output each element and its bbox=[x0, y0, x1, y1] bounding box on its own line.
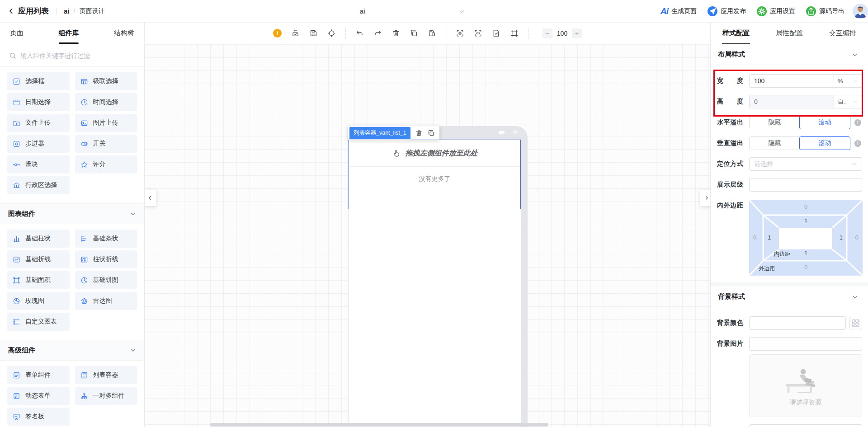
dropzone-text: 拖拽左侧组件放至此处 bbox=[406, 149, 478, 158]
component-item[interactable]: 文件上传 bbox=[7, 114, 70, 132]
horizontal-scrollbar[interactable] bbox=[210, 423, 548, 427]
overflow-option[interactable]: 隐藏 bbox=[750, 137, 800, 150]
group-head-charts[interactable]: 图表组件 bbox=[0, 203, 144, 224]
component-item[interactable]: 基础面积 bbox=[7, 271, 70, 289]
preview-icon[interactable] bbox=[456, 29, 464, 38]
margin-right-value[interactable]: 0 bbox=[855, 234, 859, 241]
component-label: 基础饼图 bbox=[93, 276, 118, 284]
unlock-icon[interactable] bbox=[291, 29, 300, 38]
action-export[interactable]: 源码导出 bbox=[806, 6, 844, 16]
page-selector[interactable]: ai bbox=[360, 0, 465, 23]
custom-chart-icon bbox=[13, 318, 20, 326]
height-input[interactable] bbox=[750, 95, 834, 108]
tab-结构树[interactable]: 结构树 bbox=[114, 23, 134, 44]
tab-组件库[interactable]: 组件库 bbox=[59, 23, 79, 44]
zindex-input[interactable] bbox=[749, 178, 862, 192]
avatar[interactable] bbox=[853, 4, 868, 19]
bg-image-input[interactable] bbox=[749, 337, 862, 351]
tab-样式配置[interactable]: 样式配置 bbox=[722, 23, 750, 44]
copy-icon[interactable] bbox=[427, 129, 435, 137]
doccheck-icon[interactable] bbox=[492, 29, 500, 38]
info-icon[interactable] bbox=[273, 29, 282, 38]
component-label: 时间选择 bbox=[93, 98, 118, 106]
margin-top-value[interactable]: 0 bbox=[749, 203, 863, 210]
collapse-left-handle[interactable] bbox=[145, 190, 156, 206]
component-item[interactable]: 基础折线 bbox=[7, 250, 70, 268]
breadcrumb-app[interactable]: ai bbox=[64, 7, 70, 15]
component-item[interactable]: 动态表单 bbox=[7, 387, 70, 405]
width-unit-value: % bbox=[838, 78, 843, 84]
width-input[interactable] bbox=[750, 75, 834, 87]
undo-icon[interactable] bbox=[355, 29, 364, 38]
component-item[interactable]: 基础条状 bbox=[75, 230, 137, 248]
padding-top-value[interactable]: 1 bbox=[749, 218, 863, 225]
collapse-right-handle[interactable] bbox=[700, 190, 710, 206]
background-section-header[interactable]: 背景样式 bbox=[711, 286, 868, 307]
padding-left-value[interactable]: 1 bbox=[768, 234, 771, 241]
component-item[interactable]: 评分 bbox=[75, 155, 137, 174]
component-item[interactable]: 开关 bbox=[75, 135, 137, 153]
zoom-in-button[interactable]: + bbox=[572, 28, 582, 38]
margin-left-value[interactable]: 0 bbox=[753, 234, 756, 241]
resource-picker[interactable]: 请选择资源 bbox=[749, 354, 862, 417]
overflow-option[interactable]: 滚动 bbox=[799, 136, 850, 150]
component-item[interactable]: 柱状折线 bbox=[75, 250, 137, 268]
action-paper-plane[interactable]: 应用发布 bbox=[708, 6, 746, 16]
trash-icon[interactable] bbox=[392, 29, 400, 38]
component-item[interactable]: 签名板 bbox=[7, 408, 70, 426]
height-unit-select[interactable]: 自.. bbox=[834, 95, 862, 108]
component-item[interactable]: 步进器 bbox=[7, 135, 70, 153]
back-label[interactable]: 应用列表 bbox=[18, 6, 49, 16]
redo-icon[interactable] bbox=[373, 29, 382, 38]
component-item[interactable]: 基础饼图 bbox=[75, 271, 137, 289]
list-container-component[interactable]: 拖拽左侧组件放至此处 没有更多了 bbox=[349, 140, 521, 209]
bg-clipped-input[interactable] bbox=[749, 424, 862, 427]
component-item[interactable]: 玫瑰图 bbox=[7, 292, 70, 310]
component-item[interactable]: 选择框 bbox=[7, 72, 70, 90]
action-ai-logo[interactable]: Ai生成页面 bbox=[660, 6, 697, 16]
padding-bottom-value[interactable]: 1 bbox=[749, 250, 863, 257]
spacing-label: 内外边距 bbox=[717, 202, 743, 210]
component-item[interactable]: 日期选择 bbox=[7, 93, 70, 111]
overflow-option[interactable]: 隐藏 bbox=[750, 116, 800, 129]
component-item[interactable]: 级联选择 bbox=[75, 72, 137, 90]
artboard-icon[interactable] bbox=[510, 29, 519, 38]
component-item[interactable]: 一对多组件 bbox=[75, 387, 137, 405]
padding-right-value[interactable]: 1 bbox=[840, 234, 843, 241]
zoom-out-button[interactable]: − bbox=[542, 28, 552, 38]
component-item[interactable]: 表单组件 bbox=[7, 366, 70, 384]
color-picker-button[interactable] bbox=[849, 317, 862, 329]
component-item[interactable]: 列表容器 bbox=[75, 366, 137, 384]
box-model-editor[interactable]: 0 0 0 0 1 1 1 1 内边距 外边距 bbox=[749, 200, 863, 276]
position-select[interactable]: 请选择 bbox=[749, 157, 862, 171]
selected-component-tag[interactable]: 列表容器_vant_list_1 bbox=[349, 127, 410, 139]
component-item[interactable]: 图片上传 bbox=[75, 114, 137, 132]
overflow-option[interactable]: 滚动 bbox=[799, 116, 850, 129]
component-item[interactable]: 行政区选择 bbox=[7, 176, 70, 194]
component-item[interactable]: 雷达图 bbox=[75, 292, 137, 310]
tab-页面[interactable]: 页面 bbox=[10, 23, 24, 44]
locate-icon[interactable] bbox=[327, 29, 336, 38]
back-icon[interactable] bbox=[7, 7, 15, 15]
search-input[interactable] bbox=[20, 52, 135, 59]
paste-icon[interactable] bbox=[428, 29, 436, 38]
tab-交互编排[interactable]: 交互编排 bbox=[829, 23, 856, 44]
action-gear[interactable]: 应用设置 bbox=[757, 6, 795, 16]
save-icon[interactable] bbox=[309, 29, 318, 38]
chevron-left-icon bbox=[147, 195, 153, 201]
tab-属性配置[interactable]: 属性配置 bbox=[776, 23, 803, 44]
width-unit-select[interactable]: % bbox=[834, 75, 862, 87]
codescan-icon[interactable] bbox=[474, 29, 482, 38]
layout-section-header[interactable]: 布局样式 bbox=[711, 44, 868, 65]
copy-icon[interactable] bbox=[410, 29, 418, 38]
bg-color-input[interactable] bbox=[749, 316, 846, 330]
delete-icon[interactable] bbox=[415, 129, 423, 137]
component-item[interactable]: 自定义图表 bbox=[7, 313, 70, 331]
inspector-tabs: 样式配置属性配置交互编排 bbox=[711, 23, 868, 44]
component-item[interactable]: 滑块 bbox=[7, 155, 70, 174]
group-head-advanced[interactable]: 高级组件 bbox=[0, 340, 144, 361]
component-item[interactable]: 时间选择 bbox=[75, 93, 137, 111]
dropzone[interactable]: 拖拽左侧组件放至此处 bbox=[349, 140, 520, 167]
component-item[interactable]: 基础柱状 bbox=[7, 230, 70, 248]
cascader-icon bbox=[80, 78, 88, 85]
